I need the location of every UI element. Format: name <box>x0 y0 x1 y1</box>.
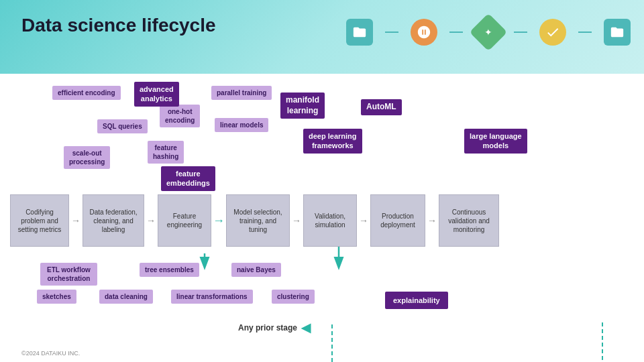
feature-hashing-tag: featurehashing <box>148 141 184 164</box>
folder2-icon[interactable] <box>604 19 631 46</box>
lc-production: Production deployment <box>370 194 425 247</box>
tree-ensembles-tag: tree ensembles <box>140 263 199 277</box>
arrow-3: → <box>213 214 225 228</box>
footer: ©2024 DATAIKU INC. <box>21 350 80 357</box>
main-content: efficient encoding SQL queries one-hoten… <box>0 74 644 362</box>
any-prior-stage-row: Any prior stage ◀ <box>238 320 311 335</box>
parallel-training-tag: parallel training <box>211 86 272 100</box>
lc-codify: Codifying problem and setting metrics <box>10 194 69 247</box>
spark-icon[interactable]: ✦ <box>470 13 508 52</box>
arrow-1: → <box>71 215 80 226</box>
efficient-encoding-tag: efficient encoding <box>52 86 121 100</box>
manifold-learning-tag: manifoldlearning <box>280 93 325 119</box>
sql-queries-tag: SQL queries <box>97 119 148 133</box>
flow-arrows <box>0 147 644 362</box>
connector-line-1 <box>385 32 398 33</box>
scale-out-processing-tag: scale-outprocessing <box>64 146 110 169</box>
any-prior-stage-arrow: ◀ <box>301 320 311 335</box>
connector-line-4 <box>578 32 592 33</box>
check-icon[interactable] <box>539 19 566 46</box>
automl-tag: AutoML <box>361 99 402 115</box>
top-icons-container: ✦ <box>346 19 631 46</box>
arrow-2: → <box>146 215 156 226</box>
linear-transformations-tag: linear transformations <box>171 290 253 304</box>
page-title: Data science lifecycle <box>21 15 216 36</box>
folder-icon[interactable] <box>346 19 373 46</box>
lifecycle-row: Codifying problem and setting metrics → … <box>10 194 637 247</box>
lc-feature-eng: Feature engineering <box>158 194 211 247</box>
arrow-4: → <box>292 215 301 226</box>
sketches-tag: sketches <box>37 290 76 304</box>
deep-learning-frameworks-tag: deep learningframeworks <box>303 129 362 154</box>
connector-line-2 <box>449 32 463 33</box>
lc-federation: Data federation, cleaning, and labeling <box>83 194 144 247</box>
feature-embeddings-tag: featureembeddings <box>161 166 215 191</box>
naive-bayes-tag: naive Bayes <box>231 263 281 277</box>
lc-model-sel: Model selection, training, and tuning <box>226 194 290 247</box>
explainability-tag: explainability <box>385 292 448 309</box>
advanced-analytics-tag: advancedanalytics <box>134 82 179 107</box>
data-cleaning-tag: data cleaning <box>99 290 153 304</box>
lc-continuous: Continuous validation and monitoring <box>439 194 499 247</box>
etl-workflow-tag: ETL workfloworchestration <box>40 263 97 286</box>
clustering-tag: clustering <box>272 290 315 304</box>
connector-line-3 <box>514 32 527 33</box>
lc-validation: Validation, simulation <box>303 194 357 247</box>
arrow-5: → <box>359 215 368 226</box>
linear-models-tag: linear models <box>215 118 268 132</box>
one-hot-encoding-tag: one-hotencoding <box>160 105 200 127</box>
large-language-models-tag: large languagemodels <box>464 129 527 154</box>
any-prior-stage-label: Any prior stage <box>238 323 297 333</box>
python-icon[interactable] <box>411 19 437 46</box>
arrow-6: → <box>427 215 437 226</box>
